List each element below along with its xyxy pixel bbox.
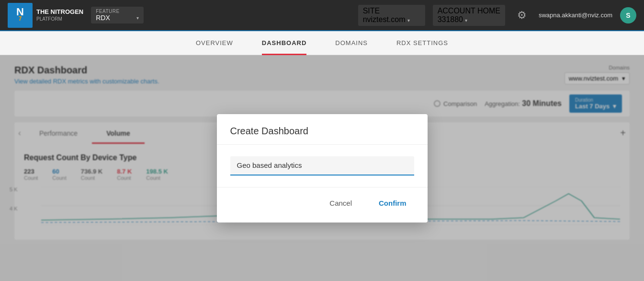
user-email: swapna.akkanti@nviz.com (539, 12, 612, 19)
cancel-button[interactable]: Cancel (322, 195, 360, 211)
main-content: RDX Dashboard View detailed RDX metrics … (0, 55, 644, 281)
brand-sub: PLATFORM (36, 16, 83, 22)
logo-box: N 7 (8, 3, 33, 28)
nav-domains[interactable]: DOMAINS (335, 31, 368, 55)
modal-overlay: Create Dashboard Cancel Confirm (0, 55, 644, 281)
feature-label: FEATURE (96, 9, 139, 14)
site-value: nviztest.com ▾ (363, 15, 420, 24)
modal-body (217, 145, 428, 187)
feature-chevron: ▾ (136, 15, 139, 21)
avatar[interactable]: S (620, 7, 636, 23)
main-nav: OVERVIEW DASHBOARD DOMAINS RDX SETTINGS (0, 31, 644, 55)
app-header: N 7 THE NITROGEN PLATFORM FEATURE RDX ▾ … (0, 0, 644, 31)
create-dashboard-modal: Create Dashboard Cancel Confirm (217, 114, 428, 222)
site-chevron: ▾ (407, 18, 410, 23)
settings-icon[interactable]: ⚙ (513, 6, 531, 24)
dashboard-name-input[interactable] (237, 161, 407, 169)
account-value: 331880 ▾ (438, 15, 500, 24)
site-label: SITE (363, 7, 420, 15)
modal-input-wrapper (230, 156, 414, 176)
feature-value: RDX ▾ (96, 14, 139, 22)
feature-dropdown[interactable]: FEATURE RDX ▾ (91, 7, 144, 23)
modal-footer: Cancel Confirm (217, 187, 428, 222)
account-chevron: ▾ (465, 18, 467, 23)
nav-rdx-settings[interactable]: RDX SETTINGS (396, 31, 448, 55)
modal-title: Create Dashboard (230, 126, 414, 137)
logo-area: N 7 THE NITROGEN PLATFORM (8, 3, 83, 28)
site-dropdown[interactable]: SITE nviztest.com ▾ (358, 5, 425, 26)
brand-name: THE NITROGEN (36, 8, 83, 16)
account-dropdown[interactable]: ACCOUNT HOME 331880 ▾ (433, 5, 505, 26)
nav-dashboard[interactable]: DASHBOARD (262, 31, 307, 55)
confirm-button[interactable]: Confirm (371, 195, 414, 211)
logo-superscript: 7 (19, 15, 22, 22)
account-label: ACCOUNT HOME (438, 7, 500, 15)
logo-text: THE NITROGEN PLATFORM (36, 8, 83, 23)
modal-header: Create Dashboard (217, 114, 428, 145)
nav-overview[interactable]: OVERVIEW (196, 31, 233, 55)
